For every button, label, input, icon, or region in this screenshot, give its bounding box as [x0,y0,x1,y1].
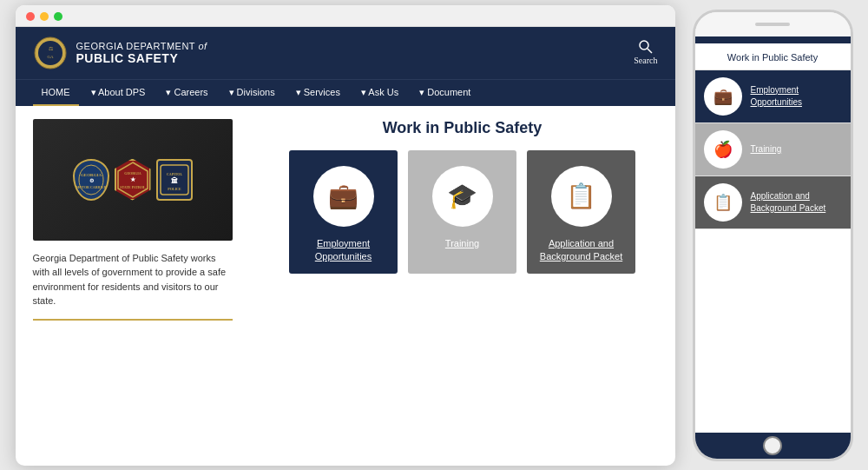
mobile-content: Work in Public Safety 💼 EmploymentOpport… [695,36,851,433]
mobile-card-training[interactable]: 🍎 Training [695,123,851,176]
clipboard-icon: 📋 [551,166,612,227]
site-nav: HOME ▾ About DPS ▾ Careers ▾ Divisions ▾… [16,79,675,106]
svg-text:GA: GA [47,55,54,59]
card-employment-label: EmploymentOpportunities [308,237,378,264]
mobile-device: Work in Public Safety 💼 EmploymentOpport… [693,10,853,461]
cards-row: 💼 EmploymentOpportunities 🎓 Training 📋 A… [267,150,658,275]
svg-text:🏛: 🏛 [171,176,178,185]
logo-line1: GEORGIA DEPARTMENT of [76,41,207,51]
badge-georgia-motor: GEORGIA ⚙ MOTOR CARRIER [73,159,109,201]
mobile-speaker [755,23,790,26]
nav-divisions[interactable]: ▾ Divisions [220,80,284,105]
card-employment[interactable]: 💼 EmploymentOpportunities [289,150,398,275]
mobile-card-employment[interactable]: 💼 EmploymentOpportunities [695,70,851,123]
mobile-application-label: Application andBackground Packet [751,190,826,215]
hero-description: Georgia Department of Public Safety work… [33,251,233,321]
nav-services[interactable]: ▾ Services [287,80,349,105]
mobile-work-title: Work in Public Safety [695,43,851,70]
svg-text:POLICE: POLICE [168,187,181,191]
left-panel: GEORGIA ⚙ MOTOR CARRIER GEORGIA ★ STATE … [16,106,250,460]
card-training[interactable]: 🎓 Training [408,150,516,275]
mobile-clipboard-icon: 📋 [704,183,742,222]
search-button[interactable]: Search [634,40,657,65]
nav-ask[interactable]: ▾ Ask Us [352,80,407,105]
mobile-training-icon: 🍎 [704,130,742,169]
work-section-title: Work in Public Safety [267,119,658,137]
svg-text:STATE PATROL: STATE PATROL [120,185,146,189]
mobile-employment-label: EmploymentOpportunities [751,84,802,109]
site-header: ⚖ GA GEORGIA DEPARTMENT of PUBLIC SAFETY… [16,27,675,79]
main-content: GEORGIA ⚙ MOTOR CARRIER GEORGIA ★ STATE … [16,106,675,460]
card-training-label: Training [438,237,486,250]
nav-careers[interactable]: ▾ Careers [157,80,216,105]
header-logo: ⚖ GA GEORGIA DEPARTMENT of PUBLIC SAFETY [33,36,207,70]
nav-home[interactable]: HOME [33,80,79,106]
svg-point-4 [640,41,648,50]
mobile-training-label: Training [751,143,782,156]
maximize-dot[interactable] [54,12,62,21]
mobile-bottom-bar [695,433,851,459]
mobile-top-bar [695,12,851,36]
hero-image: GEORGIA ⚙ MOTOR CARRIER GEORGIA ★ STATE … [33,119,233,241]
briefcase-icon: 💼 [313,166,374,227]
badge-capitol-police: CAPITOL 🏛 POLICE [156,159,193,201]
search-label: Search [634,56,657,65]
card-application[interactable]: 📋 Application andBackground Packet [527,150,635,275]
nav-document[interactable]: ▾ Document [411,80,479,105]
search-icon [639,40,653,54]
hero-badges: GEORGIA ⚙ MOTOR CARRIER GEORGIA ★ STATE … [73,159,193,201]
svg-point-1 [38,41,62,65]
svg-text:MOTOR CARRIER: MOTOR CARRIER [76,185,106,189]
mobile-header-bar [695,36,851,43]
logo-line2: PUBLIC SAFETY [76,51,207,65]
nav-about[interactable]: ▾ About DPS [82,80,155,105]
minimize-dot[interactable] [40,12,49,21]
svg-text:GEORGIA: GEORGIA [80,173,102,177]
mobile-card-application[interactable]: 📋 Application andBackground Packet [695,176,851,229]
svg-text:GEORGIA: GEORGIA [124,171,141,175]
card-application-label: Application andBackground Packet [533,237,629,264]
browser-chrome [16,5,675,27]
mobile-home-button[interactable] [763,436,782,455]
browser-content: ⚖ GA GEORGIA DEPARTMENT of PUBLIC SAFETY… [16,27,675,460]
desktop-browser: ⚖ GA GEORGIA DEPARTMENT of PUBLIC SAFETY… [16,5,675,466]
logo-text: GEORGIA DEPARTMENT of PUBLIC SAFETY [76,41,207,65]
mobile-briefcase-icon: 💼 [704,77,742,116]
logo-seal: ⚖ GA [33,36,68,70]
center-panel: Work in Public Safety 💼 EmploymentOpport… [250,106,675,460]
svg-text:CAPITOL: CAPITOL [166,172,181,176]
close-dot[interactable] [26,12,35,21]
graduation-icon: 🎓 [432,166,493,227]
svg-line-5 [648,49,652,53]
svg-text:★: ★ [130,176,136,183]
badge-state-patrol: GEORGIA ★ STATE PATROL [115,159,151,201]
